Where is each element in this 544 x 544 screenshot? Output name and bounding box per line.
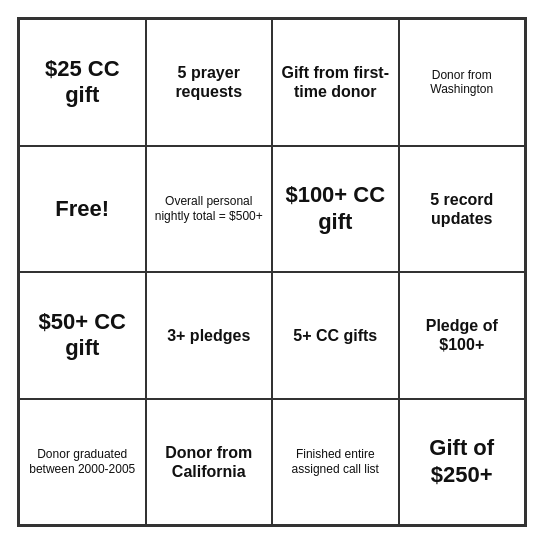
bingo-cell-7: $100+ CC gift — [272, 146, 399, 273]
bingo-cell-6: Overall personal nightly total = $500+ — [146, 146, 273, 273]
bingo-cell-8: 5 record updates — [399, 146, 526, 273]
bingo-cell-16: Gift of $250+ — [399, 399, 526, 526]
bingo-cell-1: $25 CC gift — [19, 19, 146, 146]
bingo-cell-15: Finished entire assigned call list — [272, 399, 399, 526]
bingo-cell-10: 3+ pledges — [146, 272, 273, 399]
bingo-cell-5: Free! — [19, 146, 146, 273]
bingo-card: $25 CC gift5 prayer requestsGift from fi… — [17, 17, 527, 527]
bingo-cell-12: Pledge of $100+ — [399, 272, 526, 399]
bingo-cell-11: 5+ CC gifts — [272, 272, 399, 399]
bingo-cell-13: Donor graduated between 2000-2005 — [19, 399, 146, 526]
bingo-cell-2: 5 prayer requests — [146, 19, 273, 146]
bingo-cell-14: Donor from California — [146, 399, 273, 526]
bingo-grid: $25 CC gift5 prayer requestsGift from fi… — [19, 19, 525, 525]
bingo-cell-4: Donor from Washington — [399, 19, 526, 146]
bingo-cell-3: Gift from first-time donor — [272, 19, 399, 146]
bingo-cell-9: $50+ CC gift — [19, 272, 146, 399]
